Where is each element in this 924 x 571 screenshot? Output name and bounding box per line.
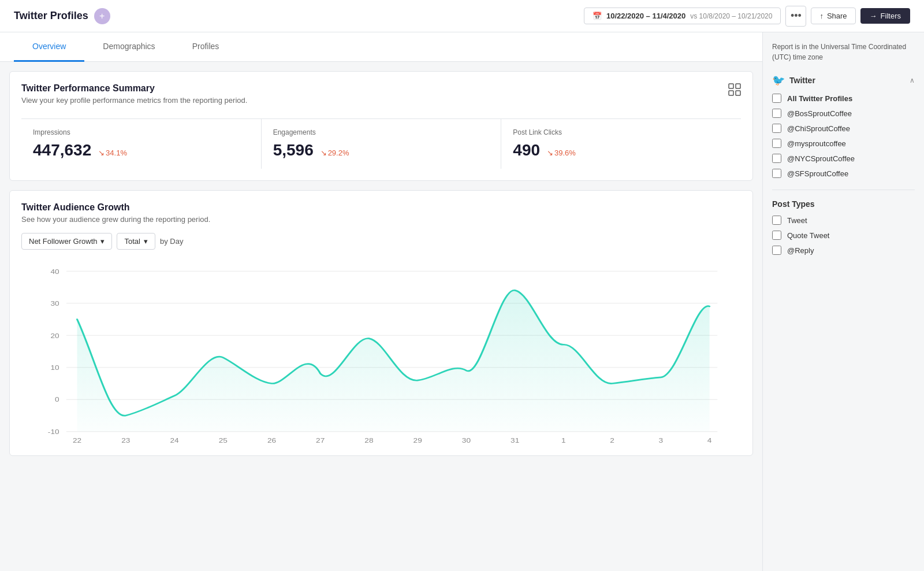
performance-card-subtitle: View your key profile performance metric…	[21, 96, 247, 105]
post-link-clicks-change: 39.6%	[547, 149, 576, 157]
share-label: Share	[827, 12, 847, 20]
share-icon: ↑	[819, 12, 824, 20]
metric-engagements: Engagements 5,596 29.2%	[262, 119, 502, 169]
svg-text:4: 4	[707, 436, 712, 444]
add-icon-button[interactable]: +	[94, 8, 110, 24]
date-range-button[interactable]: 📅 10/22/2020 – 11/4/2020 vs 10/8/2020 – …	[584, 8, 781, 24]
profile-sf-item: @SFSproutCoffee	[772, 169, 915, 178]
filters-icon: →	[870, 12, 877, 20]
profile-chi-checkbox[interactable]	[772, 124, 781, 133]
main-content: Overview Demographics Profiles Twitter P…	[0, 32, 762, 571]
by-day-label: by Day	[160, 237, 183, 246]
filters-button[interactable]: → Filters	[860, 8, 910, 24]
reply-type-checkbox[interactable]	[772, 246, 781, 255]
profile-nyc-label: @NYCSproutCoffee	[787, 154, 855, 163]
sidebar: Report is in the Universal Time Coordina…	[762, 32, 924, 571]
profile-bos-item: @BosSproutCoffee	[772, 109, 915, 118]
engagements-label: Engagements	[273, 128, 490, 136]
total-dropdown[interactable]: Total ▾	[117, 233, 155, 250]
twitter-bird-icon: 🐦	[772, 74, 785, 87]
all-twitter-profiles-item: All Twitter Profiles	[772, 94, 915, 103]
calendar-icon: 📅	[593, 12, 602, 20]
tab-demographics[interactable]: Demographics	[84, 32, 173, 62]
post-link-clicks-value: 490	[513, 141, 540, 159]
svg-text:2: 2	[610, 436, 614, 444]
post-types-section: Post Types Tweet Quote Tweet @Reply	[772, 199, 915, 255]
header-right: 📅 10/22/2020 – 11/4/2020 vs 10/8/2020 – …	[584, 6, 910, 27]
profile-sf-label: @SFSproutCoffee	[787, 169, 848, 178]
post-link-clicks-value-row: 490 39.6%	[513, 141, 729, 160]
twitter-collapse-icon[interactable]: ∧	[910, 76, 915, 84]
profile-my-checkbox[interactable]	[772, 139, 781, 148]
reply-type-label: @Reply	[787, 246, 814, 255]
svg-rect-1	[736, 84, 740, 88]
chevron-down-icon-2: ▾	[144, 237, 148, 246]
metric-impressions: Impressions 447,632 34.1%	[21, 119, 262, 169]
twitter-section: 🐦 Twitter ∧ All Twitter Profiles @BosSpr…	[772, 74, 915, 178]
share-button[interactable]: ↑ Share	[811, 8, 855, 24]
more-options-button[interactable]: •••	[785, 6, 806, 27]
tab-overview[interactable]: Overview	[14, 32, 84, 62]
profile-chi-label: @ChiSproutCoffee	[787, 124, 850, 133]
page-title: Twitter Profiles	[14, 10, 88, 22]
chart-controls: Net Follower Growth ▾ Total ▾ by Day	[21, 233, 741, 250]
svg-text:3: 3	[659, 436, 664, 444]
audience-card-subtitle: See how your audience grew during the re…	[21, 215, 741, 224]
svg-text:23: 23	[121, 436, 130, 444]
header-left: Twitter Profiles +	[14, 8, 110, 24]
quote-tweet-type-item: Quote Tweet	[772, 231, 915, 240]
svg-text:10: 10	[50, 364, 59, 372]
svg-text:24: 24	[170, 436, 178, 444]
grid-icon[interactable]	[728, 83, 741, 99]
performance-card-title: Twitter Performance Summary	[21, 83, 247, 94]
quote-tweet-type-label: Quote Tweet	[787, 231, 829, 240]
tabs-bar: Overview Demographics Profiles	[0, 32, 762, 62]
performance-summary-card: Twitter Performance Summary View your ke…	[9, 71, 753, 181]
profile-chi-item: @ChiSproutCoffee	[772, 124, 915, 133]
impressions-change: 34.1%	[98, 149, 127, 157]
svg-text:30: 30	[462, 436, 471, 444]
date-vs: vs 10/8/2020 – 10/21/2020	[690, 12, 772, 20]
total-label: Total	[124, 237, 140, 246]
sidebar-divider	[772, 190, 915, 190]
quote-tweet-type-checkbox[interactable]	[772, 231, 781, 240]
layout: Overview Demographics Profiles Twitter P…	[0, 32, 924, 571]
profile-sf-checkbox[interactable]	[772, 169, 781, 178]
tweet-type-checkbox[interactable]	[772, 216, 781, 225]
svg-text:30: 30	[50, 299, 59, 307]
svg-text:26: 26	[267, 436, 276, 444]
engagements-value: 5,596	[273, 141, 314, 159]
impressions-value-row: 447,632 34.1%	[33, 141, 249, 160]
svg-text:1: 1	[561, 436, 566, 444]
svg-text:20: 20	[50, 331, 59, 339]
all-twitter-profiles-checkbox[interactable]	[772, 94, 781, 103]
net-follower-growth-dropdown[interactable]: Net Follower Growth ▾	[21, 233, 112, 250]
twitter-title-label: Twitter	[789, 76, 815, 85]
post-types-title: Post Types	[772, 199, 915, 209]
header: Twitter Profiles + 📅 10/22/2020 – 11/4/2…	[0, 0, 924, 32]
profile-my-label: @mysproutcoffee	[787, 139, 846, 148]
svg-rect-2	[729, 91, 733, 95]
all-twitter-profiles-label: All Twitter Profiles	[787, 94, 852, 103]
chevron-down-icon: ▾	[100, 237, 105, 246]
impressions-value: 447,632	[33, 141, 91, 159]
post-link-clicks-label: Post Link Clicks	[513, 128, 729, 136]
metric-post-link-clicks: Post Link Clicks 490 39.6%	[501, 119, 741, 169]
performance-card-text: Twitter Performance Summary View your ke…	[21, 83, 247, 114]
net-follower-growth-label: Net Follower Growth	[29, 237, 97, 246]
tab-profiles[interactable]: Profiles	[174, 32, 238, 62]
twitter-section-header: 🐦 Twitter ∧	[772, 74, 915, 87]
svg-text:40: 40	[50, 268, 59, 276]
svg-text:31: 31	[511, 436, 519, 444]
profile-bos-label: @BosSproutCoffee	[787, 109, 852, 118]
svg-rect-0	[729, 84, 733, 88]
svg-text:0: 0	[55, 395, 59, 403]
svg-text:22: 22	[73, 436, 81, 444]
reply-type-item: @Reply	[772, 246, 915, 255]
timezone-text: Report is in the Universal Time Coordina…	[772, 42, 915, 62]
profile-bos-checkbox[interactable]	[772, 109, 781, 118]
engagements-change: 29.2%	[321, 149, 349, 157]
performance-card-header: Twitter Performance Summary View your ke…	[21, 83, 741, 114]
profile-nyc-checkbox[interactable]	[772, 154, 781, 163]
audience-growth-chart: 40 30 20 10 0 -10 22 OCT 23 24 25 26 27 …	[31, 259, 732, 444]
